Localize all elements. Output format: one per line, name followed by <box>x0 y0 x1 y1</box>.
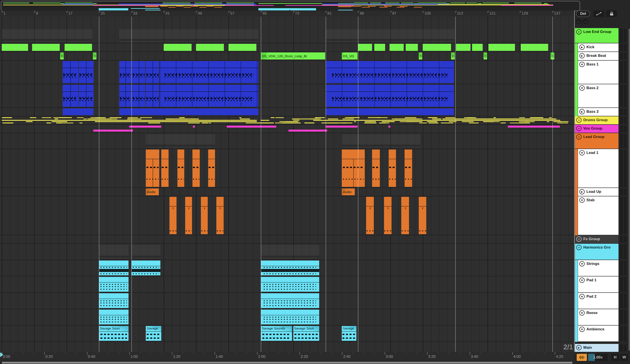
lane-row-kick[interactable] <box>0 43 574 52</box>
horizontal-scrollbar[interactable] <box>2 362 572 364</box>
clip-lead-1[interactable] <box>389 150 396 187</box>
clip-strings[interactable] <box>132 260 160 275</box>
clip-ambience[interactable]: Savage Soun <box>99 326 128 341</box>
time-ruler[interactable]: 0:000:200:401:001:201:402:002:202:403:00… <box>0 352 574 362</box>
track-header-pad-2[interactable]: ▼Pad 2 <box>578 293 618 309</box>
play-icon[interactable]: ▶ <box>579 189 585 194</box>
group-menu-icon[interactable]: ≡ <box>576 126 582 131</box>
vox-clip[interactable] <box>227 126 276 128</box>
clip-stab[interactable] <box>170 197 177 234</box>
clip-kick[interactable] <box>164 44 192 51</box>
clip-lead-1[interactable] <box>146 150 159 187</box>
group-menu-icon[interactable]: ≡ <box>576 29 582 34</box>
height-zoom-button[interactable]: H <box>611 354 619 361</box>
track-header-bass-1[interactable]: ▼Bass 1 <box>578 60 618 84</box>
clip-bass-2[interactable] <box>132 85 145 107</box>
track-header-fx-group[interactable]: ≡Fx Group <box>575 235 618 243</box>
track-header-strings[interactable]: ▼Strings <box>578 260 618 276</box>
vox-clip[interactable] <box>129 126 161 128</box>
lane-row-reese[interactable] <box>0 309 574 326</box>
clip-reese[interactable] <box>99 310 128 324</box>
arrangement-overview[interactable] <box>1 1 580 11</box>
width-zoom-button[interactable]: W <box>620 354 628 361</box>
clip-ambience[interactable]: Savage Soun <box>293 326 319 341</box>
lane-row-bass-1[interactable] <box>0 60 574 84</box>
vox-clip[interactable] <box>193 126 195 128</box>
track-header-bass-2[interactable]: ▼Bass 2 <box>578 84 618 108</box>
clip-stab[interactable] <box>201 197 208 234</box>
clip-bass-3[interactable] <box>119 108 258 115</box>
group-menu-icon[interactable]: ≡ <box>576 118 582 123</box>
clip-pad-2[interactable] <box>99 293 128 308</box>
lane-row-lead-1[interactable] <box>0 149 574 188</box>
clip-strings[interactable] <box>99 260 128 275</box>
clip-break-beat[interactable]: D <box>60 52 64 60</box>
clip-ambience[interactable]: Savage <box>342 326 356 341</box>
clip-kick[interactable] <box>423 44 451 51</box>
clip-stab[interactable] <box>216 197 224 234</box>
lane-row-pad-1[interactable] <box>0 276 574 293</box>
clip-break-beat[interactable]: D <box>451 52 454 60</box>
clip-kick[interactable] <box>406 44 418 51</box>
clip-lead-1[interactable] <box>372 150 380 187</box>
clip-lead-1[interactable] <box>342 150 365 187</box>
lane-row-low-end-group[interactable] <box>0 28 574 43</box>
clip-ambience[interactable]: Savage <box>146 326 161 341</box>
clip-lead-1[interactable] <box>192 150 200 187</box>
group-menu-icon[interactable]: ≡ <box>576 245 582 250</box>
clip-break-beat[interactable]: D <box>484 52 487 60</box>
clip-bass-2[interactable] <box>79 85 94 107</box>
fold-icon[interactable]: ▼ <box>579 294 585 299</box>
clip-bass-1[interactable] <box>146 61 159 83</box>
clip-break-beat[interactable]: D <box>93 52 96 60</box>
play-icon[interactable]: ▶ <box>579 53 585 58</box>
track-header-reese[interactable]: ▼Reese <box>578 309 618 325</box>
clip-stab[interactable] <box>401 197 409 234</box>
vertical-scrollbar[interactable] <box>629 29 630 351</box>
clip-bass-1[interactable] <box>62 61 78 83</box>
clip-bass-1[interactable] <box>160 61 258 83</box>
clip-kick[interactable] <box>32 44 60 51</box>
track-header-break-beat[interactable]: ▶Break Beat <box>578 52 618 60</box>
fold-icon[interactable]: ▼ <box>579 327 585 332</box>
clip-break-beat[interactable]: DS_VDH_126_Drum_Loop_Br <box>261 52 325 60</box>
track-header-lead-up[interactable]: ▶Lead Up <box>578 188 618 196</box>
clip-kick[interactable] <box>196 44 224 51</box>
lane-row-strings[interactable] <box>0 260 574 276</box>
clip-bass-2[interactable] <box>62 85 78 107</box>
clip-break-beat[interactable]: D <box>419 52 422 60</box>
clip-bass-1[interactable] <box>79 61 94 83</box>
vox-clip[interactable] <box>288 130 328 132</box>
clip-bass-1[interactable] <box>326 61 454 83</box>
playback-speed-display[interactable]: 1.00x <box>588 354 608 361</box>
vox-clip[interactable] <box>388 126 390 128</box>
lane-row-lead-group[interactable] <box>0 133 574 149</box>
vox-clip[interactable] <box>326 126 358 128</box>
lane-row-ambience[interactable]: Savage SounSavageSavage SoundsSavage Sou… <box>0 326 574 342</box>
clip-kick[interactable] <box>358 44 372 51</box>
play-icon[interactable]: ▶ <box>579 44 585 50</box>
bar-ruler[interactable]: 191725334149576573818997105113121129137 <box>0 10 574 16</box>
lane-row-bass-2[interactable] <box>0 84 574 108</box>
lane-row-drums-group[interactable] <box>0 116 574 125</box>
track-header-pad-1[interactable]: ▼Pad 1 <box>578 276 618 292</box>
track-header-harmonics-gro[interactable]: ≡Harmonics Gro <box>575 244 618 260</box>
track-header-vox-group[interactable]: ≡Vox Group <box>575 125 618 133</box>
play-icon[interactable]: ▶ <box>579 109 585 114</box>
clip-bass-2[interactable] <box>146 85 159 107</box>
clip-bass-2[interactable] <box>326 85 454 107</box>
clip-lead-1[interactable] <box>208 150 215 187</box>
fold-icon[interactable]: ▼ <box>579 310 585 316</box>
track-header-ambience[interactable]: ▼Ambience <box>578 326 618 342</box>
clip-kick[interactable] <box>456 44 470 51</box>
lane-row-pad-2[interactable] <box>0 293 574 309</box>
clip-kick[interactable] <box>472 44 482 51</box>
clip-strings[interactable] <box>261 260 319 275</box>
lane-row-stab[interactable] <box>0 196 574 235</box>
clip-stab[interactable] <box>366 197 374 234</box>
track-header-lead-group[interactable]: ≡Lead Group <box>575 133 618 148</box>
clip-ambience[interactable]: Savage Sounds <box>261 326 292 341</box>
fold-icon[interactable]: ▼ <box>579 261 585 266</box>
clip-stab[interactable] <box>384 197 392 234</box>
arrangement-lanes[interactable]: DDDS_VDH_126_Drum_Loop_BrDS_VDDDDDAudioA… <box>0 16 574 352</box>
